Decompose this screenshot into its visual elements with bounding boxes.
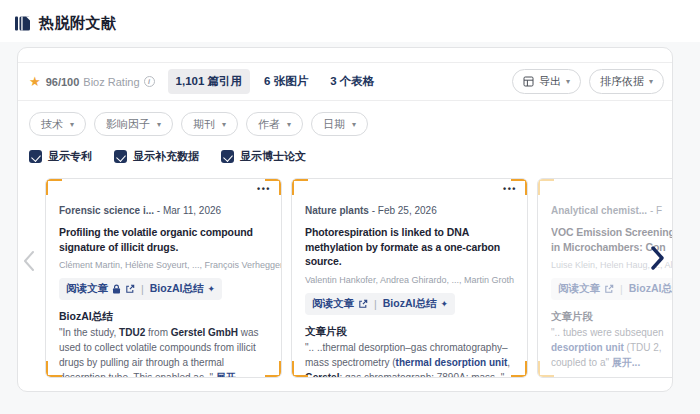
carousel-next-button[interactable] [648,244,667,272]
journal-and-date: Analytical chemist... - F [551,205,673,216]
tab-figures[interactable]: 6 张图片 [256,69,316,94]
publication-date: - F [647,205,662,216]
publication-card[interactable]: •••Nature plants - Feb 25, 2026Photoresp… [291,178,528,378]
snippet-text: ".. tubes were subsequen [551,327,664,338]
corner-bracket-icon [511,361,528,378]
card-body: Forensic science i... - Mar 11, 2026Prof… [59,205,268,378]
filter-label: 日期 [323,117,345,132]
journal-name: Nature plants [305,205,369,216]
caret-down-icon: ▾ [649,77,653,86]
checkbox-checked-icon[interactable] [221,150,234,163]
toggle-show-supplementary[interactable]: 显示补充数据 [114,149,199,164]
rating-toolbar: ★ 96/100 Bioz Rating i 1,101 篇引用6 张图片3 个… [18,63,672,101]
caret-down-icon: ▾ [157,120,161,129]
toggle-show-patents[interactable]: 显示专利 [29,149,92,164]
link-divider: | [139,283,146,295]
snippet-text: Photorespiration is linked to DNA methyl… [305,226,500,267]
expand-link[interactable]: 展开... [216,372,244,378]
filter-label: 期刊 [193,117,215,132]
snippet-paragraph: ".. tubes were subsequendesorption unit … [551,326,673,370]
card-body: Analytical chemist... - FVOC Emission Sc… [551,205,673,371]
caret-down-icon: ▾ [566,77,570,86]
publication-card[interactable]: Analytical chemist... - FVOC Emission Sc… [537,178,673,378]
card-menu-button[interactable]: ••• [257,184,271,194]
caret-down-icon: ▾ [70,120,74,129]
bioz-rating-score: 96/100 [46,76,80,88]
filter-journal[interactable]: 期刊▾ [181,112,238,136]
journal-name: Analytical chemist... [551,205,647,216]
chevron-right-icon [648,260,667,275]
filter-label: 技术 [41,117,63,132]
corner-bracket-icon [291,361,308,378]
filter-label: 作者 [258,117,280,132]
tab-tables[interactable]: 3 个表格 [322,69,382,94]
card-link-bar: 阅读文章|BiozAI总结✦ [305,293,455,315]
corner-bracket-icon [45,361,62,378]
checkbox-checked-icon[interactable] [29,150,42,163]
read-article-link[interactable]: 阅读文章 [66,282,108,296]
filter-impact-factor[interactable]: 影响因子▾ [94,112,173,136]
external-link-icon [358,299,368,309]
card-body: Nature plants - Feb 25, 2026Photorespira… [305,205,514,378]
corner-bracket-icon [537,178,554,195]
external-link-icon [125,284,135,294]
book-icon [14,15,31,32]
authors-line: Clément Martin, Hélène Soyeurt, ..., Fra… [59,260,268,270]
info-icon[interactable]: i [144,76,155,87]
corner-bracket-icon [291,178,308,195]
literature-panel: ★ 96/100 Bioz Rating i 1,101 篇引用6 张图片3 个… [17,47,673,392]
filter-technique[interactable]: 技术▾ [29,112,86,136]
sort-label: 排序依据 [600,74,644,89]
page-title: 热脱附文献 [39,14,117,33]
toggle-row: 显示专利显示补充数据显示博士论文 [18,139,672,170]
link-divider: | [372,298,379,310]
publication-date: - Mar 11, 2026 [154,205,221,216]
toggle-show-theses[interactable]: 显示博士论文 [221,149,306,164]
lock-icon [112,284,121,294]
card-menu-button[interactable]: ••• [503,184,517,194]
journal-name: Forensic science i... [59,205,154,216]
export-label: 导出 [539,74,561,89]
snippet-text: Gerstel GmbH [171,327,238,338]
journal-and-date: Forensic science i... - Mar 11, 2026 [59,205,268,216]
export-button[interactable]: 导出 ▾ [512,69,581,94]
checkbox-checked-icon[interactable] [114,150,127,163]
tab-citations[interactable]: 1,101 篇引用 [168,69,250,94]
sparkle-icon: ✦ [207,284,215,294]
biozai-summary-link[interactable]: BiozAI总结 [629,282,673,296]
chevron-left-icon [21,262,37,277]
result-tabs: 1,101 篇引用6 张图片3 个表格 [168,69,383,94]
filter-author[interactable]: 作者▾ [246,112,303,136]
snippet-section-header: 文章片段 [551,310,673,324]
read-article-link[interactable]: 阅读文章 [558,282,600,296]
snippet-paragraph: ".. ..thermal desorption–gas chromatogra… [305,341,514,378]
filter-label: 影响因子 [106,117,150,132]
article-title: Photorespiration is linked to DNA methyl… [305,225,514,269]
snippet-text: VOC Emission Screening [551,226,673,238]
snippet-section-header: 文章片段 [305,325,514,339]
read-article-link[interactable]: 阅读文章 [312,297,354,311]
biozai-summary-link[interactable]: BiozAI总结 [383,297,437,311]
caret-down-icon: ▾ [287,120,291,129]
biozai-summary-link[interactable]: BiozAI总结 [150,282,204,296]
sort-button[interactable]: 排序依据 ▾ [589,69,664,94]
toggle-label: 显示博士论文 [240,149,306,164]
link-divider: | [618,283,625,295]
snippet-text: , [507,357,510,368]
cards-track: •••Forensic science i... - Mar 11, 2026P… [45,178,672,378]
caret-down-icon: ▾ [352,120,356,129]
star-icon: ★ [29,74,41,89]
toggle-label: 显示专利 [48,149,92,164]
panel-top-strip [18,48,672,63]
toolbar-actions: 导出 ▾ 排序依据 ▾ [512,69,664,94]
external-link-icon [604,284,614,294]
caret-down-icon: ▾ [222,120,226,129]
expand-link[interactable]: 展开... [612,357,640,368]
snippet-text: TDU2 [119,327,145,338]
corner-bracket-icon [265,361,282,378]
snippet-paragraph: "In the study, TDU2 from Gerstel GmbH wa… [59,326,268,378]
publication-card[interactable]: •••Forensic science i... - Mar 11, 2026P… [45,178,282,378]
carousel-prev-button[interactable] [21,248,37,274]
filter-date[interactable]: 日期▾ [311,112,368,136]
card-link-bar: 阅读文章|BiozAI总结✦ [551,278,673,300]
